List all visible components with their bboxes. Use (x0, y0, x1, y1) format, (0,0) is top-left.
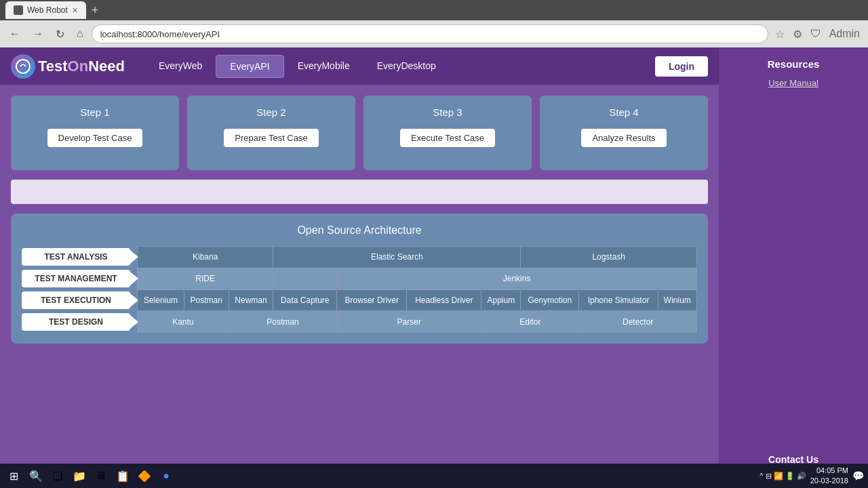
start-button[interactable]: ⊞ (4, 467, 24, 485)
tab-bar: Web Robot ✕ + (0, 0, 868, 20)
header-nav: TestOnNeed EveryWeb EveryAPI EveryMobile… (0, 47, 719, 85)
logo-text: TestOnNeed (38, 58, 125, 75)
elasticsearch-cell: Elastic Search (273, 247, 521, 268)
editor-cell: Editor (481, 311, 579, 333)
nav-everyweb[interactable]: EveryWeb (145, 55, 216, 78)
steps-row: Step 1 Develop Test Case Step 2 Prepare … (11, 96, 708, 170)
taskbar-files-icon[interactable]: 📁 (70, 466, 89, 485)
table-row: Selenium Postman Newman Data Capture Bro… (138, 289, 697, 311)
analyze-results-button[interactable]: Analyze Results (581, 129, 666, 147)
nav-links: EveryWeb EveryAPI EveryMobile EveryDeskt… (145, 55, 655, 78)
kantu-cell: Kantu (138, 311, 229, 333)
forward-button[interactable]: → (28, 25, 47, 43)
tray-icons: ^ ⊟ 📶 🔋 🔊 (760, 472, 806, 481)
extension-icon[interactable]: 🛡 (808, 25, 824, 43)
detector-cell: Detector (579, 311, 697, 333)
label-test-management: TEST MANAGEMENT (22, 270, 130, 287)
newman-cell: Newman (229, 289, 273, 311)
taskbar-notify-icon[interactable]: 💬 (852, 470, 864, 481)
taskbar-app3-icon[interactable]: 🔶 (135, 466, 154, 485)
execute-test-case-button[interactable]: Execute Test Case (400, 129, 495, 147)
user-manual-link[interactable]: User Manual (768, 78, 818, 88)
taskbar-task-view-icon[interactable]: ❑ (48, 466, 67, 485)
nav-everymobile[interactable]: EveryMobile (284, 55, 363, 78)
taskbar-app2-icon[interactable]: 📋 (113, 466, 132, 485)
tab-title: Web Robot (27, 5, 68, 15)
search-area (11, 180, 708, 204)
step-1-card: Step 1 Develop Test Case (11, 96, 179, 170)
step-2-card: Step 2 Prepare Test Case (187, 96, 355, 170)
sidebar: Resources User Manual Contact Us sales@t… (719, 47, 868, 488)
label-test-design: TEST DESIGN (22, 313, 130, 331)
main-content: TestOnNeed EveryWeb EveryAPI EveryMobile… (0, 47, 719, 488)
prepare-test-case-button[interactable]: Prepare Test Case (224, 129, 318, 147)
tab-close-icon[interactable]: ✕ (72, 6, 78, 15)
nav-bar: ← → ↻ ⌂ ☆ ⚙ 🛡 Admin (0, 20, 868, 47)
browser-driver-cell: Browser Driver (337, 289, 407, 311)
table-row: Kibana Elastic Search Logstash (138, 247, 697, 268)
step-4-card: Step 4 Analyze Results (540, 96, 708, 170)
develop-test-case-button[interactable]: Develop Test Case (47, 129, 143, 147)
ride-cell: RIDE (138, 268, 273, 289)
svg-point-0 (16, 60, 30, 73)
browser-chrome: Web Robot ✕ + ← → ↻ ⌂ ☆ ⚙ 🛡 Admin (0, 0, 868, 47)
taskbar-search-icon[interactable]: 🔍 (26, 466, 45, 485)
page-content: Step 1 Develop Test Case Step 2 Prepare … (0, 85, 719, 488)
user-icon: Admin (827, 25, 863, 43)
parser-cell: Parser (337, 311, 481, 333)
architecture-table: Kibana Elastic Search Logstash RIDE Jenk… (137, 246, 697, 333)
taskbar: ⊞ 🔍 ❑ 📁 🖥 📋 🔶 ● ^ ⊟ 📶 🔋 🔊 04:05 PM 20-03… (0, 464, 868, 488)
new-tab-button[interactable]: + (86, 3, 104, 18)
postman-cell: Postman (184, 289, 229, 311)
tab-favicon (14, 5, 23, 15)
taskbar-app1-icon[interactable]: 🖥 (92, 466, 111, 485)
data-capture-cell: Data Capture (273, 289, 337, 311)
kibana-cell: Kibana (138, 247, 273, 268)
address-bar[interactable] (92, 24, 768, 43)
taskbar-time: 04:05 PM 20-03-2018 (810, 466, 848, 487)
jenkins-cell: Jenkins (337, 268, 697, 289)
taskbar-chrome-icon[interactable]: ● (157, 466, 176, 485)
appium-cell: Appium (481, 289, 521, 311)
step-1-title: Step 1 (80, 106, 109, 118)
resources-title: Resources (768, 58, 820, 70)
settings-icon[interactable]: ⚙ (790, 25, 805, 43)
arch-labels: TEST ANALYSIS TEST MANAGEMENT TEST EXECU… (22, 246, 130, 333)
table-row: RIDE Jenkins (138, 268, 697, 289)
headless-driver-cell: Headless Driver (407, 289, 481, 311)
step-3-title: Step 3 (433, 106, 462, 118)
architecture-section: Open Source Architecture TEST ANALYSIS T… (11, 214, 708, 344)
taskbar-tray: ^ ⊟ 📶 🔋 🔊 04:05 PM 20-03-2018 💬 (760, 466, 864, 487)
architecture-body: TEST ANALYSIS TEST MANAGEMENT TEST EXECU… (22, 246, 697, 333)
logo: TestOnNeed (11, 54, 125, 79)
logstash-cell: Logstash (521, 247, 697, 268)
label-test-analysis: TEST ANALYSIS (22, 248, 130, 266)
reload-button[interactable]: ↻ (52, 25, 68, 43)
winium-cell: Winium (658, 289, 696, 311)
nav-right-icons: ☆ ⚙ 🛡 Admin (772, 25, 863, 43)
back-button[interactable]: ← (5, 25, 24, 43)
selenium-cell: Selenium (138, 289, 184, 311)
logo-circle (11, 54, 35, 79)
home-button[interactable]: ⌂ (73, 25, 87, 43)
nav-everyapi[interactable]: EveryAPI (216, 55, 283, 78)
step-4-title: Step 4 (609, 106, 638, 118)
postman2-cell: Postman (229, 311, 337, 333)
login-button[interactable]: Login (655, 56, 708, 77)
table-row: Kantu Postman Parser Editor Detector (138, 311, 697, 333)
step-2-title: Step 2 (256, 106, 285, 118)
app-wrapper: TestOnNeed EveryWeb EveryAPI EveryMobile… (0, 47, 868, 488)
genymotion-cell: Genymotion (521, 289, 579, 311)
nav-everydesktop[interactable]: EveryDesktop (363, 55, 450, 78)
empty-cell (273, 268, 337, 289)
step-3-card: Step 3 Execute Test Case (363, 96, 532, 170)
label-test-execution: TEST EXECUTION (22, 291, 130, 309)
bookmark-icon[interactable]: ☆ (772, 25, 787, 43)
iphone-simulator-cell: Iphone Simulator (579, 289, 658, 311)
architecture-title: Open Source Architecture (22, 224, 697, 237)
browser-tab[interactable]: Web Robot ✕ (5, 1, 86, 19)
